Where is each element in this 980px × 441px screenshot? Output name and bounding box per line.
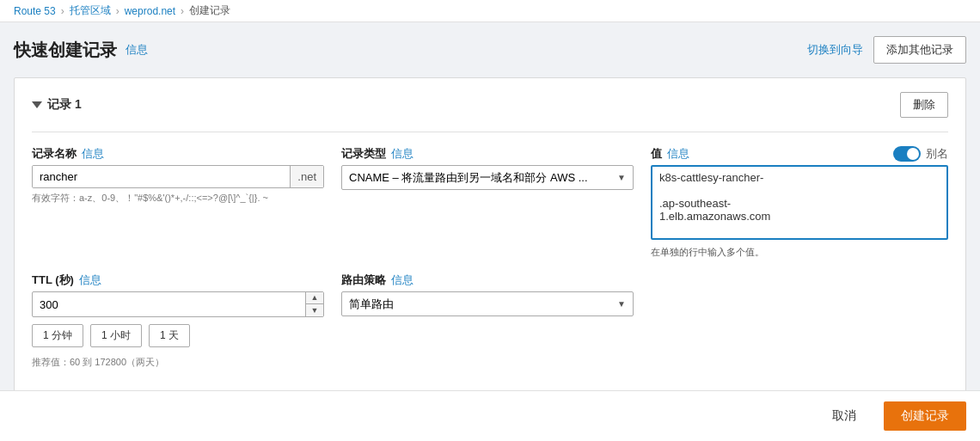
name-label: 记录名称 信息 bbox=[32, 146, 324, 162]
alias-toggle[interactable] bbox=[893, 146, 921, 162]
recommend-text: 推荐值：60 到 172800（两天） bbox=[32, 356, 324, 369]
record-title-text: 记录 1 bbox=[47, 97, 82, 113]
name-suffix: .net bbox=[290, 166, 323, 187]
ttl-label: TTL (秒) 信息 bbox=[32, 273, 324, 288]
type-select-wrapper: CNAME – 将流量路由到另一域名和部分 AWS ... ▼ bbox=[341, 165, 634, 190]
value-row-header: 值 信息 别名 bbox=[651, 146, 948, 162]
routing-info-link[interactable]: 信息 bbox=[391, 273, 413, 288]
type-group: 记录类型 信息 CNAME – 将流量路由到另一域名和部分 AWS ... ▼ bbox=[341, 146, 634, 190]
type-info-link[interactable]: 信息 bbox=[391, 146, 413, 162]
name-input-wrapper: .net bbox=[32, 165, 324, 188]
ttl-info-link[interactable]: 信息 bbox=[79, 273, 101, 288]
form-row-2: TTL (秒) 信息 ▲ ▼ 1 分钟 1 小时 1 天 推荐值：60 到 17… bbox=[32, 273, 948, 369]
page-header: 快速创建记录 信息 切换到向导 添加其他记录 bbox=[14, 36, 966, 64]
breadcrumb-hosted-zone[interactable]: 托管区域 bbox=[70, 3, 111, 18]
time-1day-btn[interactable]: 1 天 bbox=[149, 324, 190, 347]
ttl-input-wrapper: ▲ ▼ bbox=[32, 291, 324, 317]
header-info-link[interactable]: 信息 bbox=[126, 42, 148, 58]
divider bbox=[32, 132, 948, 132]
routing-label: 路由策略 信息 bbox=[341, 273, 634, 288]
type-select[interactable]: CNAME – 将流量路由到另一域名和部分 AWS ... bbox=[342, 166, 633, 189]
ttl-group: TTL (秒) 信息 ▲ ▼ 1 分钟 1 小时 1 天 推荐值：60 到 17… bbox=[32, 273, 324, 369]
ttl-input[interactable] bbox=[33, 294, 305, 315]
value-label: 值 信息 bbox=[651, 146, 689, 162]
value-textarea[interactable]: k8s-cattlesy-rancher- .ap-southeast- 1.e… bbox=[652, 167, 946, 236]
value-info-link[interactable]: 信息 bbox=[667, 146, 689, 162]
value-hint: 在单独的行中输入多个值。 bbox=[651, 246, 948, 259]
breadcrumb: Route 53 › 托管区域 › weprod.net › 创建记录 bbox=[0, 0, 980, 22]
switch-to-wizard-btn[interactable]: 切换到向导 bbox=[807, 42, 863, 58]
breadcrumb-domain[interactable]: weprod.net bbox=[125, 5, 175, 17]
page-footer: 取消 创建记录 bbox=[0, 390, 980, 441]
value-textarea-wrapper: k8s-cattlesy-rancher- .ap-southeast- 1.e… bbox=[651, 165, 948, 240]
alias-toggle-area: 别名 bbox=[893, 146, 948, 162]
time-1min-btn[interactable]: 1 分钟 bbox=[32, 324, 83, 347]
form-row-1: 记录名称 信息 .net 有效字符：a-z、0-9、！"#$%&'()*+,-/… bbox=[32, 146, 948, 259]
type-label: 记录类型 信息 bbox=[341, 146, 634, 162]
record-header: 记录 1 删除 bbox=[32, 92, 948, 118]
add-other-record-btn[interactable]: 添加其他记录 bbox=[873, 36, 966, 64]
title-area: 快速创建记录 信息 bbox=[14, 39, 148, 62]
record-card: 记录 1 删除 记录名称 信息 .net 有效字符：a-z、0-9、！"#$%&… bbox=[14, 77, 966, 401]
alias-label: 别名 bbox=[926, 146, 948, 162]
ttl-decrement-btn[interactable]: ▼ bbox=[306, 304, 323, 316]
breadcrumb-sep-3: › bbox=[181, 5, 184, 17]
name-input[interactable] bbox=[33, 166, 290, 187]
routing-select[interactable]: 简单路由 bbox=[342, 292, 633, 315]
record-title: 记录 1 bbox=[32, 97, 82, 113]
create-record-btn[interactable]: 创建记录 bbox=[884, 401, 966, 431]
breadcrumb-current: 创建记录 bbox=[189, 3, 230, 18]
cancel-btn[interactable]: 取消 bbox=[815, 401, 873, 431]
time-1hour-btn[interactable]: 1 小时 bbox=[90, 324, 142, 347]
breadcrumb-sep-2: › bbox=[116, 5, 119, 17]
routing-group: 路由策略 信息 简单路由 ▼ bbox=[341, 273, 634, 316]
time-btns: 1 分钟 1 小时 1 天 bbox=[32, 324, 324, 347]
collapse-icon[interactable] bbox=[32, 101, 42, 108]
name-group: 记录名称 信息 .net 有效字符：a-z、0-9、！"#$%&'()*+,-/… bbox=[32, 146, 324, 205]
breadcrumb-route53[interactable]: Route 53 bbox=[14, 5, 56, 17]
value-group: 值 信息 别名 k8s-cattlesy-rancher- .ap-southe… bbox=[651, 146, 948, 259]
ttl-spinner: ▲ ▼ bbox=[305, 292, 323, 316]
ttl-increment-btn[interactable]: ▲ bbox=[306, 292, 323, 304]
routing-select-wrapper: 简单路由 ▼ bbox=[341, 291, 634, 316]
page-title: 快速创建记录 bbox=[14, 39, 117, 62]
breadcrumb-sep-1: › bbox=[61, 5, 64, 17]
name-hint: 有效字符：a-z、0-9、！"#$%&'()*+,-/::;<=>?@[\]^_… bbox=[32, 192, 324, 205]
header-actions: 切换到向导 添加其他记录 bbox=[807, 36, 966, 64]
delete-record-btn[interactable]: 删除 bbox=[900, 92, 948, 118]
name-info-link[interactable]: 信息 bbox=[82, 146, 104, 162]
